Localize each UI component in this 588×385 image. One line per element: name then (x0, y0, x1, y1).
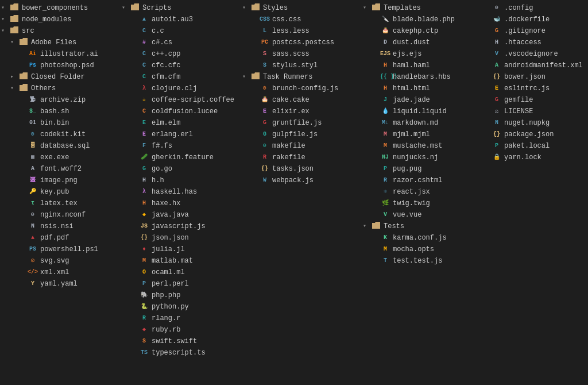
list-item[interactable]: Yyaml.yaml (1, 278, 119, 290)
list-item[interactable]: 🐋.dockerfile (483, 14, 588, 25)
list-item[interactable]: Ggemfile (483, 94, 588, 106)
list-item[interactable]: 🔒yarn.lock (483, 152, 588, 163)
list-item[interactable]: Pperl.perl (122, 278, 240, 290)
list-item[interactable]: 🗄database.sql (1, 140, 119, 152)
list-item[interactable]: Hh.h (122, 175, 240, 186)
list-item[interactable]: Nnuget.nupkg (483, 117, 588, 129)
list-item[interactable]: Afont.woff2 (1, 163, 119, 175)
list-item[interactable]: CSScss.css (242, 14, 361, 25)
list-item[interactable]: ▲pdf.pdf (1, 232, 119, 244)
list-item[interactable]: ▦exe.exe (1, 152, 119, 163)
list-item[interactable]: {}tasks.json (242, 163, 361, 175)
list-item[interactable]: Aandroidmanifest.xml (483, 60, 588, 71)
list-item[interactable]: 🐍python.py (122, 301, 240, 313)
list-item[interactable]: PCpostcss.postcss (242, 37, 361, 48)
list-item[interactable]: Ff#.fs (122, 140, 240, 152)
list-item[interactable]: Sswift.swift (122, 336, 240, 347)
list-item[interactable]: Ttest.test.js (363, 255, 481, 267)
list-item[interactable]: ▾src (1, 25, 119, 37)
list-item[interactable]: </>xml.xml (1, 267, 119, 278)
list-item[interactable]: #c#.cs (122, 37, 240, 48)
list-item[interactable]: ▸Closed Folder (1, 71, 119, 83)
list-item[interactable]: τlatex.tex (1, 198, 119, 209)
list-item[interactable]: Ppug.pug (363, 163, 481, 175)
list-item[interactable]: EJSejs.ejs (363, 48, 481, 60)
list-item[interactable]: Ccfm.cfm (122, 71, 240, 83)
list-item[interactable]: Mmjml.mjml (363, 129, 481, 140)
list-item[interactable]: {}package.json (483, 129, 588, 140)
list-item[interactable]: ◆ruby.rb (122, 324, 240, 336)
list-item[interactable]: {}bower.json (483, 71, 588, 83)
list-item[interactable]: ♦julia.jl (122, 244, 240, 255)
list-item[interactable]: ▾Styles (242, 2, 361, 14)
list-item[interactable]: λhaskell.has (122, 186, 240, 198)
list-item[interactable]: Aiillustrator.ai (1, 48, 119, 60)
list-item[interactable]: ▾bower_components (1, 2, 119, 14)
list-item[interactable]: 🥒gherkin.feature (122, 152, 240, 163)
list-item[interactable]: 💧liquid.liquid (363, 106, 481, 117)
list-item[interactable]: Ggulpfile.js (242, 129, 361, 140)
list-item[interactable]: PSpowershell.ps1 (1, 244, 119, 255)
list-item[interactable]: ▾Templates (363, 2, 481, 14)
list-item[interactable]: Ccfc.cfc (122, 60, 240, 71)
list-item[interactable]: 🌿twig.twig (363, 198, 481, 209)
list-item[interactable]: ▾Task Runners (242, 71, 361, 83)
list-item[interactable]: Oocaml.ml (122, 267, 240, 278)
list-item[interactable]: ⚙nginx.nconf (1, 209, 119, 221)
list-item[interactable]: ⚙.config (483, 2, 588, 14)
list-item[interactable]: Wwebpack.js (242, 175, 361, 186)
list-item[interactable]: Lless.less (242, 25, 361, 37)
list-item[interactable]: ⚙makefile (242, 140, 361, 152)
list-item[interactable]: Eerlang.erl (122, 129, 240, 140)
list-item[interactable]: 🔪blade.blade.php (363, 14, 481, 25)
list-item[interactable]: ▾node_modules (1, 14, 119, 25)
list-item[interactable]: NJnunjucks.nj (363, 152, 481, 163)
list-item[interactable]: Mmocha.opts (363, 244, 481, 255)
list-item[interactable]: ☕coffee-script.coffee (122, 94, 240, 106)
list-item[interactable]: ◆java.java (122, 209, 240, 221)
list-item[interactable]: Eelm.elm (122, 117, 240, 129)
list-item[interactable]: ⚙codekit.kit (1, 129, 119, 140)
list-item[interactable]: Nnsis.nsi (1, 221, 119, 232)
list-item[interactable]: Mmustache.mst (363, 140, 481, 152)
list-item[interactable]: Ppaket.local (483, 140, 588, 152)
list-item[interactable]: ◎svg.svg (1, 255, 119, 267)
list-item[interactable]: {{ }}handlebars.hbs (363, 71, 481, 83)
list-item[interactable]: $_bash.sh (1, 106, 119, 117)
list-item[interactable]: 🗜archive.zip (1, 94, 119, 106)
list-item[interactable]: Rrakefile (242, 152, 361, 163)
list-item[interactable]: 01bin.bin (1, 117, 119, 129)
list-item[interactable]: ⚛react.jsx (363, 186, 481, 198)
list-item[interactable]: 🔑key.pub (1, 186, 119, 198)
list-item[interactable]: Ddust.dust (363, 37, 481, 48)
list-item[interactable]: λclojure.clj (122, 83, 240, 94)
list-item[interactable]: Cc++.cpp (122, 48, 240, 60)
list-item[interactable]: Vvue.vue (363, 209, 481, 221)
list-item[interactable]: M↓markdown.md (363, 117, 481, 129)
list-item[interactable]: Ggo.go (122, 163, 240, 175)
list-item[interactable]: Ggruntfile.js (242, 117, 361, 129)
list-item[interactable]: ▾Scripts (122, 2, 240, 14)
list-item[interactable]: JSjavascript.js (122, 221, 240, 232)
list-item[interactable]: Mmatlab.mat (122, 255, 240, 267)
list-item[interactable]: {}json.json (122, 232, 240, 244)
list-item[interactable]: ▲autoit.au3 (122, 14, 240, 25)
list-item[interactable]: ▾Others (1, 83, 119, 94)
list-item[interactable]: Hhtml.html (363, 83, 481, 94)
list-item[interactable]: ▾Adobe Files (1, 37, 119, 48)
list-item[interactable]: ▾Tests (363, 221, 481, 232)
list-item[interactable]: 🎂cake.cake (242, 94, 361, 106)
list-item[interactable]: V.vscodeignore (483, 48, 588, 60)
list-item[interactable]: ⚖LICENSE (483, 106, 588, 117)
list-item[interactable]: Hhaml.haml (363, 60, 481, 71)
list-item[interactable]: G.gitignore (483, 25, 588, 37)
list-item[interactable]: Hhaxe.hx (122, 198, 240, 209)
list-item[interactable]: Ssass.scss (242, 48, 361, 60)
list-item[interactable]: H.htaccess (483, 37, 588, 48)
list-item[interactable]: 🐘php.php (122, 290, 240, 301)
list-item[interactable]: Psphotoshop.psd (1, 60, 119, 71)
list-item[interactable]: TStypescript.ts (122, 347, 240, 359)
list-item[interactable]: Kkarma.conf.js (363, 232, 481, 244)
list-item[interactable]: Cc.c (122, 25, 240, 37)
list-item[interactable]: Eeslintrc.js (483, 83, 588, 94)
